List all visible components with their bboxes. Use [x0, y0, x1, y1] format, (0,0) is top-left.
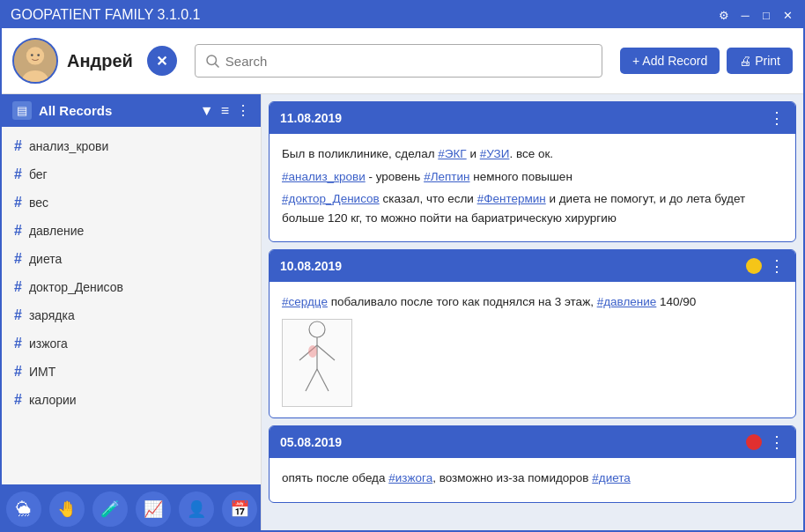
- hash-icon: #: [14, 251, 22, 267]
- record-tag-link[interactable]: #анализ_крови: [282, 170, 366, 183]
- record-date: 11.08.2019: [280, 111, 762, 125]
- svg-point-7: [309, 321, 325, 337]
- record-tag-link[interactable]: #сердце: [282, 295, 328, 308]
- hash-icon: #: [14, 364, 22, 380]
- hash-icon: #: [14, 195, 22, 211]
- hash-icon: #: [14, 392, 22, 408]
- close-user-button[interactable]: ✕: [147, 46, 177, 76]
- sort-icon[interactable]: ≡: [221, 103, 229, 119]
- sidebar-tag-item[interactable]: #зарядка: [2, 301, 261, 329]
- record-tag-link[interactable]: #Фентермин: [477, 192, 546, 205]
- sidebar-tag-item[interactable]: #бег: [2, 160, 261, 188]
- record-card: 10.08.2019⋮#сердце побаливало после того…: [269, 249, 796, 418]
- close-icon[interactable]: ✕: [780, 9, 794, 22]
- record-text-line: Был в поликлинике, сделал #ЭКГ и #УЗИ. в…: [282, 144, 783, 164]
- hash-icon: #: [14, 336, 22, 351]
- record-menu-button[interactable]: ⋮: [769, 108, 785, 128]
- record-list: 11.08.2019⋮Был в поликлинике, сделал #ЭК…: [262, 94, 803, 532]
- record-card: 05.08.2019⋮опять после обеда #изжога, во…: [269, 425, 796, 503]
- record-status-dot: [746, 434, 762, 450]
- sidebar-tag-item[interactable]: #доктор_Денисов: [2, 273, 261, 301]
- search-icon: [204, 53, 220, 69]
- record-body: #сердце побаливало после того как поднял…: [270, 282, 795, 417]
- maximize-icon[interactable]: □: [759, 9, 773, 22]
- svg-point-5: [207, 55, 217, 65]
- hash-icon: #: [14, 307, 22, 323]
- body-svg: [286, 321, 348, 404]
- sidebar-actions: ▼ ≡ ⋮: [200, 102, 250, 119]
- user-name: Андрей: [67, 51, 133, 71]
- title-bar: GOOPATIENT FAMILY 3.1.0.1 ⚙ ─ □ ✕: [2, 2, 803, 28]
- record-tag-link[interactable]: #давление: [597, 295, 657, 308]
- sidebar-tag-list: #анализ_крови#бег#вес#давление#диета#док…: [2, 127, 261, 484]
- chart-nav-icon[interactable]: 📈: [136, 491, 171, 527]
- record-tag-link[interactable]: #диета: [592, 471, 631, 484]
- sidebar-tag-item[interactable]: #анализ_крови: [2, 132, 261, 160]
- main-layout: ▤ All Records ▼ ≡ ⋮ #анализ_крови#бег#ве…: [2, 94, 803, 532]
- print-button[interactable]: 🖨 Print: [727, 48, 793, 74]
- add-record-button[interactable]: + Add Record: [620, 48, 720, 74]
- handprint-nav-icon[interactable]: 🤚: [49, 491, 85, 527]
- window-controls: ⚙ ─ □ ✕: [717, 9, 794, 22]
- more-icon[interactable]: ⋮: [236, 102, 250, 119]
- record-date: 05.08.2019: [280, 435, 739, 449]
- record-tag-link[interactable]: #Лептин: [424, 170, 469, 183]
- sidebar-tag-item[interactable]: #калории: [2, 386, 261, 414]
- svg-point-3: [31, 54, 33, 56]
- record-status-dot: [746, 258, 762, 274]
- sidebar-nav: 🌦🤚🧪📈👤📅: [2, 484, 261, 532]
- hash-icon: #: [14, 138, 22, 154]
- app-title: GOOPATIENT FAMILY 3.1.0.1: [11, 7, 200, 23]
- svg-line-6: [215, 63, 218, 67]
- sidebar-tag-item[interactable]: #вес: [2, 188, 261, 217]
- header: Андрей ✕ + Add Record 🖨 Print: [2, 28, 803, 94]
- record-menu-button[interactable]: ⋮: [769, 432, 785, 452]
- sidebar-tag-item[interactable]: #изжога: [2, 329, 261, 358]
- header-actions: + Add Record 🖨 Print: [620, 48, 793, 74]
- sidebar-tag-item[interactable]: #давление: [2, 217, 261, 245]
- svg-point-13: [308, 345, 317, 358]
- minimize-icon[interactable]: ─: [738, 9, 752, 22]
- sidebar-header: ▤ All Records ▼ ≡ ⋮: [2, 94, 261, 127]
- hash-icon: #: [14, 223, 22, 239]
- svg-line-11: [306, 369, 317, 391]
- person-nav-icon[interactable]: 👤: [179, 491, 214, 527]
- record-body: опять после обеда #изжога, возможно из-з…: [270, 458, 795, 502]
- search-box[interactable]: [195, 44, 602, 78]
- record-tag-link[interactable]: #УЗИ: [480, 147, 510, 160]
- body-diagram-image: [282, 319, 352, 407]
- record-text-line: #сердце побаливало после того как поднял…: [282, 292, 783, 312]
- all-records-label: All Records: [39, 103, 193, 118]
- sidebar: ▤ All Records ▼ ≡ ⋮ #анализ_крови#бег#ве…: [2, 94, 262, 532]
- settings-icon[interactable]: ⚙: [717, 9, 731, 22]
- record-menu-button[interactable]: ⋮: [769, 256, 785, 276]
- weather-nav-icon[interactable]: 🌦: [6, 491, 41, 527]
- all-records-icon: ▤: [12, 101, 32, 120]
- svg-point-4: [37, 54, 40, 56]
- svg-line-10: [317, 345, 335, 360]
- record-text-line: опять после обеда #изжога, возможно из-з…: [282, 469, 783, 488]
- record-body: Был в поликлинике, сделал #ЭКГ и #УЗИ. в…: [270, 134, 795, 241]
- hash-icon: #: [14, 166, 22, 182]
- filter-icon[interactable]: ▼: [200, 103, 214, 119]
- record-text-line: #анализ_крови - уровень #Лептин немного …: [282, 167, 783, 187]
- avatar: [12, 38, 58, 84]
- calendar-nav-icon[interactable]: 📅: [222, 491, 257, 527]
- sidebar-tag-item[interactable]: #диета: [2, 245, 261, 273]
- record-header: 11.08.2019⋮: [270, 102, 795, 134]
- record-date: 10.08.2019: [280, 259, 739, 273]
- svg-line-12: [317, 369, 329, 391]
- record-header: 10.08.2019⋮: [270, 250, 795, 282]
- record-header: 05.08.2019⋮: [270, 426, 795, 458]
- record-card: 11.08.2019⋮Был в поликлинике, сделал #ЭК…: [269, 101, 796, 242]
- record-tag-link[interactable]: #доктор_Денисов: [282, 192, 380, 205]
- search-input[interactable]: [225, 54, 593, 69]
- record-text-line: #доктор_Денисов сказал, что если #Фентер…: [282, 189, 783, 227]
- sidebar-tag-item[interactable]: #ИМТ: [2, 358, 261, 386]
- lab-nav-icon[interactable]: 🧪: [92, 491, 128, 527]
- record-tag-link[interactable]: #изжога: [388, 471, 432, 484]
- svg-point-1: [26, 47, 44, 64]
- hash-icon: #: [14, 279, 22, 295]
- record-tag-link[interactable]: #ЭКГ: [438, 147, 466, 160]
